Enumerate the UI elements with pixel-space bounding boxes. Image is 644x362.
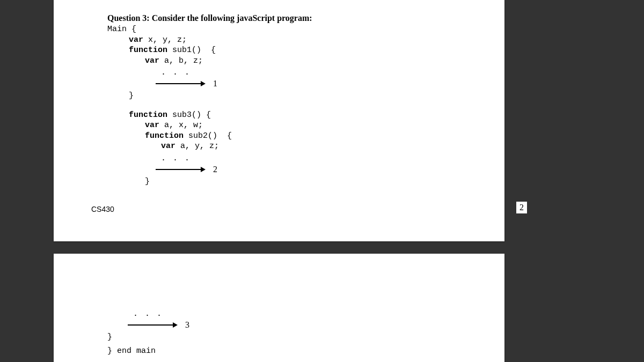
arrow-row: 1 [161, 79, 217, 88]
code-line: } [129, 91, 488, 101]
code-block-page-1: Main { var x, y, z; function sub1() { va… [107, 24, 488, 187]
question-title: Question 3: Consider the following javaS… [107, 13, 488, 23]
ellipsis-dots: . . . [133, 309, 163, 319]
arrow-label: 1 [213, 79, 217, 88]
code-line: var a, y, z; [161, 141, 488, 152]
ellipsis-dots: . . . [161, 68, 191, 77]
code-line: var a, b, z; [145, 56, 488, 67]
course-code-footer: CS430 [91, 205, 114, 213]
keyword-function: function [129, 46, 167, 55]
keyword-function: function [145, 131, 184, 141]
code-line: Main { [107, 24, 488, 35]
arrow-line [156, 83, 201, 84]
arrow-head-icon [173, 322, 178, 328]
arrow-3: . . . 3 [133, 309, 488, 330]
arrow-label: 3 [185, 320, 189, 330]
code-line: function sub2() { [145, 131, 488, 142]
keyword-var: var [145, 121, 159, 130]
code-text: sub1() { [167, 46, 216, 55]
keyword-var: var [129, 35, 143, 45]
code-text: sub3() { [167, 110, 211, 120]
document-page-2: . . . 3 } } end main [54, 254, 504, 362]
code-text: sub2() { [184, 131, 232, 141]
code-line: function sub1() { [129, 45, 488, 56]
code-line: } [145, 176, 488, 187]
arrow-2: . . . 2 [161, 154, 488, 174]
code-line: } [107, 332, 488, 343]
arrow-line [156, 169, 201, 170]
code-line: function sub3() { [129, 110, 488, 121]
arrow-1: . . . 1 [161, 68, 488, 88]
code-line: var x, y, z; [129, 35, 488, 46]
code-block-page-2: . . . 3 } } end main [107, 309, 488, 356]
code-line: var a, x, w; [145, 120, 488, 131]
keyword-function: function [129, 110, 167, 120]
code-text: a, b, z; [159, 56, 203, 65]
code-text: x, y, z; [143, 35, 187, 45]
document-page-1: Question 3: Consider the following javaS… [54, 0, 504, 241]
ellipsis-dots: . . . [161, 154, 191, 163]
code-line: } end main [107, 346, 488, 357]
arrow-label: 2 [213, 165, 217, 174]
code-text: a, x, w; [159, 121, 203, 130]
arrow-head-icon [201, 81, 206, 86]
arrow-head-icon [201, 167, 206, 172]
code-text: a, y, z; [175, 142, 219, 151]
arrow-row: 3 [133, 320, 189, 330]
keyword-var: var [161, 142, 175, 151]
arrow-row: 2 [161, 165, 217, 174]
keyword-var: var [145, 56, 159, 65]
spacer [107, 101, 488, 110]
margin-page-number: 2 [516, 202, 527, 213]
arrow-line [128, 324, 173, 326]
